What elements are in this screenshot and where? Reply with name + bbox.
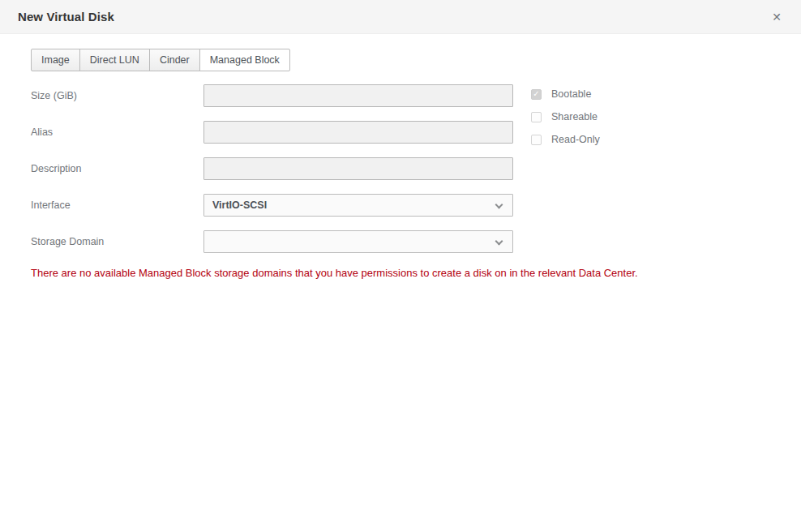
chevron-down-icon — [495, 201, 503, 209]
tab-managed-block[interactable]: Managed Block — [199, 49, 290, 71]
dialog-header: New Virtual Disk ✕ — [0, 0, 801, 34]
description-input[interactable] — [203, 157, 513, 180]
close-icon[interactable]: ✕ — [770, 10, 783, 24]
storage-domain-select[interactable] — [203, 230, 513, 253]
dialog-body: Image Direct LUN Cinder Managed Block Si… — [0, 35, 801, 532]
interface-label: Interface — [31, 200, 203, 211]
error-message: There are no available Managed Block sto… — [31, 267, 770, 279]
shareable-option: Shareable — [531, 111, 600, 122]
tab-image[interactable]: Image — [31, 49, 80, 71]
interface-select-value: VirtIO-SCSI — [212, 200, 267, 211]
interface-row: Interface VirtIO-SCSI — [31, 194, 770, 217]
storage-domain-row: Storage Domain — [31, 230, 770, 253]
interface-select[interactable]: VirtIO-SCSI — [203, 194, 513, 217]
bootable-checkbox: ✓ — [531, 89, 542, 100]
description-row: Description — [31, 157, 770, 180]
size-row: Size (GiB) — [31, 84, 770, 107]
tab-cinder[interactable]: Cinder — [149, 49, 200, 71]
chevron-down-icon — [495, 238, 503, 246]
dialog-title: New Virtual Disk — [18, 10, 114, 24]
size-input[interactable] — [203, 84, 513, 107]
size-label: Size (GiB) — [31, 90, 203, 101]
storage-domain-label: Storage Domain — [31, 236, 203, 247]
alias-label: Alias — [31, 127, 203, 138]
alias-row: Alias — [31, 121, 770, 144]
disk-type-tab-group: Image Direct LUN Cinder Managed Block — [31, 49, 290, 71]
read-only-checkbox[interactable] — [531, 135, 542, 145]
shareable-checkbox[interactable] — [531, 112, 542, 122]
alias-input[interactable] — [203, 121, 513, 144]
read-only-label: Read-Only — [551, 134, 600, 145]
new-disk-form: Size (GiB) Alias Description Interface V… — [31, 84, 770, 253]
read-only-option: Read-Only — [531, 134, 600, 145]
description-label: Description — [31, 163, 203, 174]
check-icon: ✓ — [533, 90, 539, 98]
shareable-label: Shareable — [551, 111, 598, 122]
bootable-option: ✓ Bootable — [531, 88, 600, 100]
bootable-label: Bootable — [551, 88, 591, 100]
tab-direct-lun[interactable]: Direct LUN — [79, 49, 150, 71]
disk-options-column: ✓ Bootable Shareable Read-Only — [531, 88, 600, 157]
